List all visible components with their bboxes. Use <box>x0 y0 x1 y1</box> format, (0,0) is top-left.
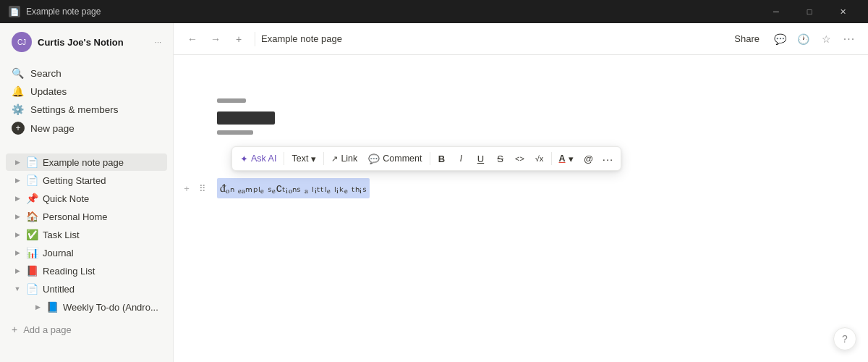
minimize-button[interactable]: ─ <box>760 0 793 23</box>
page-toggle-icon: ▶ <box>12 247 23 258</box>
page-label: Journal <box>43 248 161 258</box>
block-controls: + ⠿ <box>179 181 210 195</box>
workspace-name: Curtis Joe's Notion <box>38 37 149 48</box>
add-page-button[interactable]: + Add a page <box>3 321 170 338</box>
ft-separator-2 <box>323 152 324 165</box>
add-icon: + <box>236 33 242 45</box>
workspace-header[interactable]: CJ Curtis Joe's Notion ··· <box>3 26 170 58</box>
sub-page-label: Weekly To-do (Andro... <box>63 302 161 313</box>
floating-toolbar: ✦ Ask AI Text ▾ ↗ Link 💬 Co <box>231 146 621 171</box>
history-icon: 🕐 <box>797 33 809 45</box>
drag-handle[interactable]: ⠿ <box>195 181 210 195</box>
sidebar-page-example-note-page[interactable]: ▶ 📄 Example note page <box>6 153 167 171</box>
reading-list-icon: 📕 <box>26 265 38 277</box>
comment-label: Comment <box>383 153 422 164</box>
sidebar-page-quick-note[interactable]: ▶ 📌 Quick Note <box>6 190 167 207</box>
sidebar-page-getting-started[interactable]: ▶ 📄 Getting Started <box>6 172 167 189</box>
updates-icon: 🔔 <box>12 85 25 97</box>
bold-button[interactable]: B <box>433 149 451 168</box>
sidebar-item-new-page-label: New page <box>30 123 75 134</box>
ask-ai-label: Ask AI <box>251 153 276 164</box>
page-toggle-icon: ▶ <box>12 174 23 186</box>
back-button[interactable]: ← <box>182 29 203 49</box>
page-toggle-icon: ▶ <box>12 211 23 222</box>
sidebar-item-settings-label: Settings & members <box>30 104 119 115</box>
toolbar-separator <box>255 32 255 46</box>
history-button[interactable]: 🕐 <box>793 29 813 49</box>
color-button[interactable]: A ▾ <box>554 151 579 167</box>
sidebar-item-search[interactable]: 🔍 Search <box>3 64 170 82</box>
heading-bar-3 <box>217 130 253 135</box>
math-button[interactable]: √x <box>530 149 549 168</box>
star-button[interactable]: ☆ <box>816 29 836 49</box>
forward-button[interactable]: → <box>205 29 226 49</box>
text-chevron-icon: ▾ <box>311 153 316 164</box>
page-label: Reading List <box>43 266 161 277</box>
new-page-icon: + <box>12 122 25 135</box>
add-block-button[interactable]: + <box>179 181 194 195</box>
app-icon: 📄 <box>9 6 20 17</box>
share-button[interactable]: Share <box>727 30 767 47</box>
sidebar-item-new-page[interactable]: + New page <box>3 119 170 138</box>
help-icon: ? <box>842 333 848 345</box>
untitled-icon: 📄 <box>26 283 38 295</box>
page-toggle-icon: ▶ <box>32 301 43 313</box>
comment-icon: 💬 <box>368 153 380 164</box>
link-button[interactable]: ↗ Link <box>326 151 362 166</box>
mention-button[interactable]: @ <box>579 149 598 168</box>
comment-button[interactable]: 💬 Comment <box>363 151 427 167</box>
page-toggle-icon: ▶ <box>12 265 23 277</box>
page-label: Quick Note <box>43 193 161 204</box>
strikethrough-button[interactable]: S <box>491 149 510 168</box>
text-block-area: ✦ Ask AI Text ▾ ↗ Link 💬 Co <box>217 178 825 198</box>
more-button[interactable]: ··· <box>839 29 859 49</box>
star-icon: ☆ <box>822 33 831 45</box>
more-icon: ··· <box>843 33 855 46</box>
sidebar-page-journal[interactable]: ▶ 📊 Journal <box>6 244 167 261</box>
sidebar-page-task-list[interactable]: ▶ ✅ Task List <box>6 226 167 243</box>
heading-bar-2 <box>217 111 275 125</box>
selected-text-block[interactable]: ᵭₒₙ ₑₐₘₚₗₑ ₛₑcₜᵢₒₙₛ ₐ ₗᵢₜₜₗₑ ₗᵢₖₑ ₜₕᵢₛ <box>217 178 370 198</box>
forward-icon: → <box>210 33 221 45</box>
text-style-button[interactable]: Text ▾ <box>286 151 321 167</box>
link-icon: ↗ <box>331 154 338 164</box>
personal-home-icon: 🏠 <box>26 211 38 222</box>
sidebar-page-reading-list[interactable]: ▶ 📕 Reading List <box>6 262 167 279</box>
close-button[interactable]: ✕ <box>826 0 859 23</box>
comment-button[interactable]: 💬 <box>770 29 790 49</box>
color-label: A <box>559 153 566 164</box>
add-page-label: Add a page <box>23 324 72 335</box>
journal-icon: 📊 <box>26 247 38 258</box>
sidebar-page-untitled[interactable]: ▼ 📄 Untitled <box>6 280 167 298</box>
titlebar-title: Example note page <box>26 7 760 17</box>
help-button[interactable]: ? <box>833 327 856 350</box>
maximize-button[interactable]: □ <box>793 0 826 23</box>
sidebar: CJ Curtis Joe's Notion ··· 🔍 Search 🔔 Up… <box>0 23 174 362</box>
page-label: Getting Started <box>43 175 161 186</box>
page-content: ✦ Ask AI Text ▾ ↗ Link 💬 Co <box>174 55 868 362</box>
task-list-icon: ✅ <box>26 229 38 240</box>
more-options-button[interactable]: ··· <box>599 149 618 168</box>
ft-separator-1 <box>284 152 284 165</box>
sidebar-page-weekly-todo[interactable]: ▶ 📘 Weekly To-do (Andro... <box>6 298 167 316</box>
add-page-icon: + <box>12 324 17 335</box>
ask-ai-button[interactable]: ✦ Ask AI <box>235 151 281 167</box>
page-toggle-icon: ▼ <box>12 283 23 295</box>
page-toggle-icon: ▶ <box>12 156 23 168</box>
sidebar-item-updates[interactable]: 🔔 Updates <box>3 83 170 100</box>
settings-icon: ⚙️ <box>12 104 25 115</box>
page-toggle-icon: ▶ <box>12 193 23 204</box>
back-icon: ← <box>187 33 197 45</box>
sidebar-nav: 🔍 Search 🔔 Updates ⚙️ Settings & members… <box>0 61 173 141</box>
italic-button[interactable]: I <box>452 149 471 168</box>
underline-button[interactable]: U <box>472 149 490 168</box>
sidebar-page-personal-home[interactable]: ▶ 🏠 Personal Home <box>6 208 167 225</box>
comment-icon: 💬 <box>774 33 786 45</box>
code-button[interactable]: <> <box>511 149 529 168</box>
heading-bar-1 <box>217 98 246 103</box>
add-button[interactable]: + <box>229 29 249 49</box>
ai-sparkle-icon: ✦ <box>240 153 248 164</box>
block-row: + ⠿ ᵭₒₙ ₑₐₘₚₗₑ ₛₑcₜᵢₒₙₛ ₐ ₗᵢₜₜₗₑ ₗᵢₖₑ ₜₕ… <box>217 178 825 198</box>
page-heading-area <box>217 98 825 135</box>
sidebar-item-settings[interactable]: ⚙️ Settings & members <box>3 101 170 118</box>
